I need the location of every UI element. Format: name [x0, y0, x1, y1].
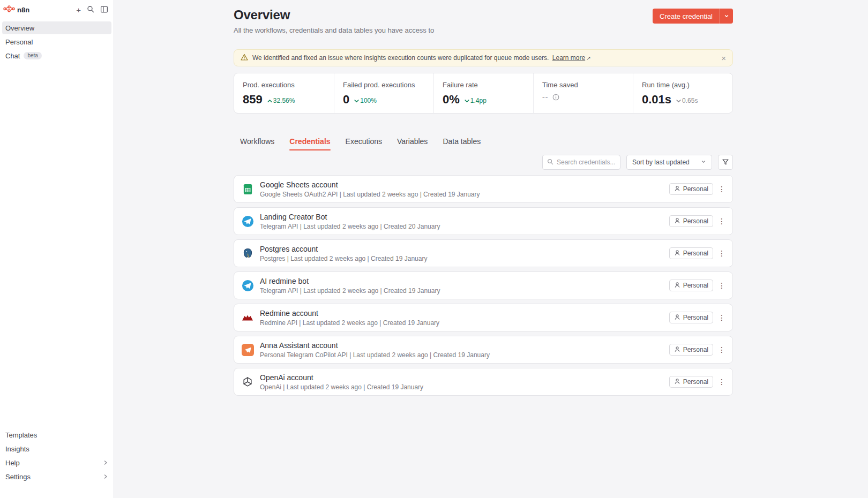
credential-name: Google Sheets account: [260, 180, 480, 189]
owner-badge[interactable]: Personal: [669, 280, 713, 291]
sidebar-item-settings[interactable]: Settings: [2, 470, 111, 483]
owner-label: Personal: [683, 185, 708, 193]
person-icon: [674, 346, 680, 354]
owner-label: Personal: [683, 314, 708, 321]
stat-value: 0%: [443, 93, 460, 107]
credential-card[interactable]: Anna Assistant accountPersonal Telegram …: [234, 336, 733, 364]
list-toolbar: Sort by last updated: [234, 155, 733, 170]
learn-more-link[interactable]: Learn more↗: [552, 54, 591, 62]
owner-badge[interactable]: Personal: [669, 215, 713, 227]
owner-badge[interactable]: Personal: [669, 312, 713, 323]
credential-card[interactable]: AI redmine botTelegram API | Last update…: [234, 271, 733, 299]
search-icon-button[interactable]: [87, 5, 94, 14]
kebab-menu-button[interactable]: ⋮: [715, 375, 728, 389]
stat-time-saved: Time saved--: [533, 73, 633, 114]
sidebar-item-help[interactable]: Help: [2, 456, 111, 469]
stat-label: Time saved: [542, 81, 624, 89]
person-icon: [674, 314, 680, 322]
sidebar-item-personal[interactable]: Personal: [2, 35, 111, 48]
sidebar-item-templates[interactable]: Templates: [2, 428, 111, 441]
stat-value-row: 0.01s0.65s: [642, 93, 724, 107]
credentials-list: Google Sheets accountGoogle Sheets OAuth…: [234, 175, 733, 396]
tab-variables[interactable]: Variables: [397, 137, 428, 150]
stat-label: Failure rate: [443, 81, 525, 89]
credential-meta: Telegram API | Last updated 2 weeks ago …: [260, 223, 440, 230]
credential-meta: Telegram API | Last updated 2 weeks ago …: [260, 287, 440, 295]
stat-delta: 32.56%: [267, 97, 295, 104]
credential-card[interactable]: Landing Creator BotTelegram API | Last u…: [234, 207, 733, 235]
search-input[interactable]: [557, 159, 616, 166]
sidebar-bottom-nav: TemplatesInsightsHelpSettings: [0, 427, 114, 498]
credential-name: OpenAi account: [260, 373, 423, 382]
stat-value: --: [542, 93, 548, 101]
sidebar: n8n + OverviewPersonalChatbeta Templates…: [0, 0, 114, 498]
kebab-menu-button[interactable]: ⋮: [715, 246, 728, 260]
telegram-icon: [241, 215, 255, 228]
sidebar-item-chat[interactable]: Chatbeta: [2, 49, 111, 62]
credential-actions: Personal⋮: [669, 182, 728, 196]
sort-select[interactable]: Sort by last updated: [626, 155, 712, 170]
credential-meta: Redmine API | Last updated 2 weeks ago |…: [260, 319, 439, 327]
add-button[interactable]: +: [76, 6, 81, 14]
person-icon: [674, 217, 680, 225]
person-icon: [674, 378, 680, 386]
info-icon[interactable]: [552, 94, 559, 101]
kebab-menu-button[interactable]: ⋮: [715, 343, 728, 357]
redmine-icon: [241, 312, 255, 323]
search-icon: [547, 157, 553, 167]
stat-delta: 0.65s: [676, 97, 698, 104]
owner-badge[interactable]: Personal: [669, 247, 713, 259]
owner-badge[interactable]: Personal: [669, 183, 713, 195]
stat-value: 0.01s: [642, 93, 671, 107]
credential-card[interactable]: Google Sheets accountGoogle Sheets OAuth…: [234, 175, 733, 203]
owner-badge[interactable]: Personal: [669, 376, 713, 388]
openai-icon: [241, 376, 255, 388]
sidebar-item-overview[interactable]: Overview: [2, 21, 111, 34]
person-icon: [674, 185, 680, 193]
tab-data-tables[interactable]: Data tables: [443, 137, 481, 150]
chevron-down-icon: [724, 12, 729, 20]
credential-card[interactable]: OpenAi accountOpenAi | Last updated 2 we…: [234, 368, 733, 396]
credential-text: Redmine accountRedmine API | Last update…: [260, 309, 439, 327]
postgres-icon: [241, 247, 255, 260]
credential-actions: Personal⋮: [669, 311, 728, 325]
create-credential-caret-button[interactable]: [720, 9, 733, 24]
create-credential-button[interactable]: Create credential: [653, 9, 720, 24]
stat-failed-prod-executions: Failed prod. executions0100%: [334, 73, 433, 114]
credential-name: Anna Assistant account: [260, 341, 490, 350]
credential-card[interactable]: Redmine accountRedmine API | Last update…: [234, 304, 733, 331]
credential-text: Postgres accountPostgres | Last updated …: [260, 245, 427, 262]
credential-card[interactable]: Postgres accountPostgres | Last updated …: [234, 239, 733, 267]
credential-name: Postgres account: [260, 245, 427, 253]
tab-executions[interactable]: Executions: [346, 137, 382, 150]
credential-actions: Personal⋮: [669, 214, 728, 228]
sidebar-item-insights[interactable]: Insights: [2, 442, 111, 455]
credential-name: Redmine account: [260, 309, 439, 318]
owner-badge[interactable]: Personal: [669, 344, 713, 356]
tab-credentials[interactable]: Credentials: [289, 137, 330, 150]
stat-value-row: 85932.56%: [243, 93, 325, 107]
main-area: Overview All the workflows, credentials …: [114, 0, 868, 498]
credential-actions: Personal⋮: [669, 278, 728, 292]
stat-delta-value: 100%: [360, 97, 377, 104]
stat-delta-value: 1.4pp: [470, 97, 487, 104]
kebab-menu-button[interactable]: ⋮: [715, 311, 728, 325]
filter-button[interactable]: [718, 155, 733, 170]
credential-meta: Google Sheets OAuth2 API | Last updated …: [260, 191, 480, 198]
sort-select-value: Sort by last updated: [632, 159, 690, 166]
kebab-menu-button[interactable]: ⋮: [715, 214, 728, 228]
chevron-down-icon: [701, 159, 706, 166]
tab-workflows[interactable]: Workflows: [240, 137, 274, 150]
n8n-logo-icon: [3, 5, 15, 14]
kebab-menu-button[interactable]: ⋮: [715, 278, 728, 292]
banner-close-button[interactable]: ×: [721, 54, 726, 62]
sidebar-toolbar: +: [76, 5, 108, 14]
panel-toggle-button[interactable]: [100, 5, 108, 14]
page-title: Overview: [234, 7, 434, 22]
page-subtitle: All the workflows, credentials and data …: [234, 26, 434, 34]
kebab-menu-button[interactable]: ⋮: [715, 182, 728, 196]
credential-meta: Personal Telegram CoPilot API | Last upd…: [260, 351, 490, 359]
brand[interactable]: n8n: [3, 5, 29, 14]
telegram-copilot-icon: [241, 344, 255, 356]
credential-actions: Personal⋮: [669, 343, 728, 357]
